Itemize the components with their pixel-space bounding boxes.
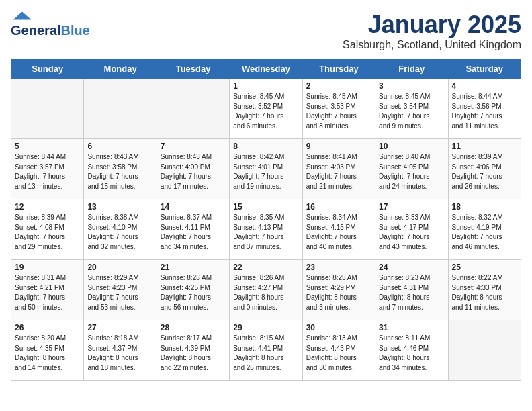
day-number: 2 (306, 81, 371, 91)
calendar-header-row: Sunday Monday Tuesday Wednesday Thursday… (11, 60, 521, 79)
calendar-week-row: 5Sunrise: 8:44 AM Sunset: 3:57 PM Daylig… (11, 139, 521, 199)
table-row: 11Sunrise: 8:39 AM Sunset: 4:06 PM Dayli… (448, 139, 521, 199)
day-number: 9 (306, 142, 371, 151)
calendar-table: Sunday Monday Tuesday Wednesday Thursday… (11, 59, 521, 381)
day-info: Sunrise: 8:15 AM Sunset: 4:41 PM Dayligh… (233, 334, 298, 373)
day-info: Sunrise: 8:44 AM Sunset: 3:57 PM Dayligh… (15, 152, 80, 191)
day-info: Sunrise: 8:18 AM Sunset: 4:37 PM Dayligh… (87, 334, 152, 373)
table-row: 30Sunrise: 8:13 AM Sunset: 4:43 PM Dayli… (302, 320, 375, 381)
table-row: 4Sunrise: 8:44 AM Sunset: 3:56 PM Daylig… (448, 79, 521, 139)
table-row: 12Sunrise: 8:39 AM Sunset: 4:08 PM Dayli… (11, 199, 84, 260)
day-info: Sunrise: 8:39 AM Sunset: 4:08 PM Dayligh… (15, 213, 80, 252)
table-row (157, 79, 229, 139)
day-info: Sunrise: 8:44 AM Sunset: 3:56 PM Dayligh… (452, 92, 517, 131)
day-info: Sunrise: 8:45 AM Sunset: 3:54 PM Dayligh… (379, 92, 444, 131)
calendar-title: January 2025 (343, 11, 521, 39)
header-thursday: Thursday (302, 60, 375, 79)
day-info: Sunrise: 8:33 AM Sunset: 4:17 PM Dayligh… (379, 213, 444, 252)
day-info: Sunrise: 8:35 AM Sunset: 4:13 PM Dayligh… (233, 213, 298, 252)
table-row: 5Sunrise: 8:44 AM Sunset: 3:57 PM Daylig… (11, 139, 84, 199)
day-number: 14 (161, 202, 226, 212)
day-info: Sunrise: 8:43 AM Sunset: 4:00 PM Dayligh… (161, 152, 226, 191)
calendar-week-row: 1Sunrise: 8:45 AM Sunset: 3:52 PM Daylig… (11, 79, 521, 139)
table-row: 25Sunrise: 8:22 AM Sunset: 4:33 PM Dayli… (448, 260, 521, 320)
day-info: Sunrise: 8:41 AM Sunset: 4:03 PM Dayligh… (306, 152, 371, 191)
day-info: Sunrise: 8:37 AM Sunset: 4:11 PM Dayligh… (161, 213, 226, 252)
table-row: 10Sunrise: 8:40 AM Sunset: 4:05 PM Dayli… (375, 139, 448, 199)
day-info: Sunrise: 8:38 AM Sunset: 4:10 PM Dayligh… (87, 213, 152, 252)
header-friday: Friday (375, 60, 448, 79)
day-number: 31 (379, 323, 444, 332)
table-row: 31Sunrise: 8:11 AM Sunset: 4:46 PM Dayli… (375, 320, 448, 381)
table-row: 9Sunrise: 8:41 AM Sunset: 4:03 PM Daylig… (302, 139, 375, 199)
table-row: 22Sunrise: 8:26 AM Sunset: 4:27 PM Dayli… (230, 260, 302, 320)
table-row: 23Sunrise: 8:25 AM Sunset: 4:29 PM Dayli… (302, 260, 375, 320)
day-number: 28 (161, 323, 226, 332)
calendar-week-row: 19Sunrise: 8:31 AM Sunset: 4:21 PM Dayli… (11, 260, 521, 320)
day-number: 8 (233, 142, 298, 151)
day-number: 24 (379, 263, 444, 272)
table-row: 26Sunrise: 8:20 AM Sunset: 4:35 PM Dayli… (11, 320, 84, 381)
calendar-subtitle: Salsburgh, Scotland, United Kingdom (343, 39, 521, 51)
logo: GeneralBlue (11, 11, 90, 38)
svg-marker-0 (13, 12, 32, 20)
day-info: Sunrise: 8:25 AM Sunset: 4:29 PM Dayligh… (306, 273, 371, 312)
table-row: 18Sunrise: 8:32 AM Sunset: 4:19 PM Dayli… (448, 199, 521, 260)
table-row: 28Sunrise: 8:17 AM Sunset: 4:39 PM Dayli… (157, 320, 229, 381)
table-row: 8Sunrise: 8:42 AM Sunset: 4:01 PM Daylig… (230, 139, 302, 199)
header-saturday: Saturday (448, 60, 521, 79)
table-row: 19Sunrise: 8:31 AM Sunset: 4:21 PM Dayli… (11, 260, 84, 320)
day-info: Sunrise: 8:40 AM Sunset: 4:05 PM Dayligh… (379, 152, 444, 191)
day-number: 7 (161, 142, 226, 151)
table-row: 7Sunrise: 8:43 AM Sunset: 4:00 PM Daylig… (157, 139, 229, 199)
day-info: Sunrise: 8:43 AM Sunset: 3:58 PM Dayligh… (87, 152, 152, 191)
day-info: Sunrise: 8:32 AM Sunset: 4:19 PM Dayligh… (452, 213, 517, 252)
day-number: 26 (15, 323, 80, 332)
header-wednesday: Wednesday (230, 60, 302, 79)
header-sunday: Sunday (11, 60, 84, 79)
table-row: 14Sunrise: 8:37 AM Sunset: 4:11 PM Dayli… (157, 199, 229, 260)
day-number: 18 (452, 202, 517, 212)
table-row (448, 320, 521, 381)
day-info: Sunrise: 8:23 AM Sunset: 4:31 PM Dayligh… (379, 273, 444, 312)
table-row: 20Sunrise: 8:29 AM Sunset: 4:23 PM Dayli… (84, 260, 157, 320)
day-info: Sunrise: 8:45 AM Sunset: 3:52 PM Dayligh… (233, 92, 298, 131)
day-number: 23 (306, 263, 371, 272)
day-info: Sunrise: 8:42 AM Sunset: 4:01 PM Dayligh… (233, 152, 298, 191)
day-number: 29 (233, 323, 298, 332)
logo-blue-text: Blue (60, 23, 89, 38)
table-row: 6Sunrise: 8:43 AM Sunset: 3:58 PM Daylig… (84, 139, 157, 199)
table-row: 13Sunrise: 8:38 AM Sunset: 4:10 PM Dayli… (84, 199, 157, 260)
day-info: Sunrise: 8:29 AM Sunset: 4:23 PM Dayligh… (87, 273, 152, 312)
day-info: Sunrise: 8:17 AM Sunset: 4:39 PM Dayligh… (161, 334, 226, 373)
day-number: 30 (306, 323, 371, 332)
logo-general-text: General (11, 23, 60, 38)
day-number: 19 (15, 263, 80, 272)
page-header: GeneralBlue January 2025 Salsburgh, Scot… (11, 11, 521, 51)
table-row: 15Sunrise: 8:35 AM Sunset: 4:13 PM Dayli… (230, 199, 302, 260)
table-row: 27Sunrise: 8:18 AM Sunset: 4:37 PM Dayli… (84, 320, 157, 381)
day-number: 5 (15, 142, 80, 151)
table-row: 3Sunrise: 8:45 AM Sunset: 3:54 PM Daylig… (375, 79, 448, 139)
day-number: 10 (379, 142, 444, 151)
day-number: 22 (233, 263, 298, 272)
table-row: 17Sunrise: 8:33 AM Sunset: 4:17 PM Dayli… (375, 199, 448, 260)
day-number: 4 (452, 81, 517, 91)
calendar-week-row: 26Sunrise: 8:20 AM Sunset: 4:35 PM Dayli… (11, 320, 521, 381)
day-number: 16 (306, 202, 371, 212)
day-info: Sunrise: 8:39 AM Sunset: 4:06 PM Dayligh… (452, 152, 517, 191)
day-number: 27 (87, 323, 152, 332)
day-number: 15 (233, 202, 298, 212)
day-number: 12 (15, 202, 80, 212)
header-monday: Monday (84, 60, 157, 79)
day-number: 11 (452, 142, 517, 151)
day-info: Sunrise: 8:26 AM Sunset: 4:27 PM Dayligh… (233, 273, 298, 312)
day-info: Sunrise: 8:45 AM Sunset: 3:53 PM Dayligh… (306, 92, 371, 131)
day-number: 6 (87, 142, 152, 151)
day-info: Sunrise: 8:22 AM Sunset: 4:33 PM Dayligh… (452, 273, 517, 312)
day-info: Sunrise: 8:28 AM Sunset: 4:25 PM Dayligh… (161, 273, 226, 312)
day-number: 17 (379, 202, 444, 212)
day-number: 21 (161, 263, 226, 272)
day-info: Sunrise: 8:20 AM Sunset: 4:35 PM Dayligh… (15, 334, 80, 373)
table-row: 29Sunrise: 8:15 AM Sunset: 4:41 PM Dayli… (230, 320, 302, 381)
